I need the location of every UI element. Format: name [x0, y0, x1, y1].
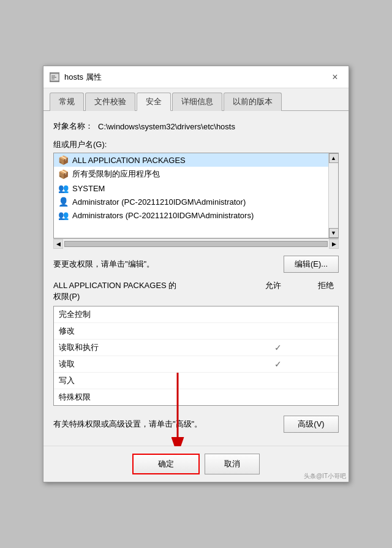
close-button[interactable]: × — [328, 70, 342, 85]
tab-details[interactable]: 详细信息 — [172, 93, 222, 111]
scroll-thumb-h[interactable] — [64, 241, 328, 247]
perm-allow-3: ✓ — [260, 359, 296, 369]
group-user-label: 组或用户名(G): — [53, 139, 339, 150]
title-bar-left: hosts 属性 — [50, 72, 102, 83]
advanced-note: 有关特殊权限或高级设置，请单击"高级"。 — [53, 419, 284, 430]
object-name-label: 对象名称： — [53, 121, 93, 132]
dialog-icon — [50, 72, 59, 82]
perm-row-read: 读取 ✓ — [54, 356, 338, 373]
tab-bar: 常规 文件校验 安全 详细信息 以前的版本 — [43, 88, 349, 111]
edit-button[interactable]: 编辑(E)... — [284, 256, 339, 273]
svg-rect-2 — [51, 77, 56, 78]
user-icon-0: 📦 — [58, 155, 69, 165]
allow-header: 允许 — [265, 280, 281, 291]
user-name-3: Administrator (PC-20211210IDGM\Administr… — [72, 197, 246, 207]
user-list[interactable]: 📦 ALL APPLICATION PACKAGES 📦 所有受限制的应用程序包… — [53, 153, 339, 238]
list-item[interactable]: 👥 Administrators (PC-20211210IDGM\Admini… — [54, 208, 338, 222]
hosts-properties-dialog: hosts 属性 × 常规 文件校验 安全 详细信息 以前的版本 对象名称： C… — [43, 66, 349, 482]
user-name-4: Administrators (PC-20211210IDGM\Administ… — [72, 211, 254, 220]
perm-allow-2: ✓ — [260, 343, 296, 352]
user-icon-4: 👥 — [58, 210, 69, 220]
perm-row-modify: 修改 — [54, 323, 338, 340]
tab-checksum[interactable]: 文件校验 — [85, 93, 135, 111]
group-user-section: 组或用户名(G): 📦 ALL APPLICATION PACKAGES 📦 所… — [53, 139, 339, 248]
user-name-2: SYSTEM — [72, 184, 105, 193]
svg-rect-3 — [51, 78, 55, 80]
permissions-title-row: ALL APPLICATION PACKAGES 的 权限(P) 允许 拒绝 — [53, 280, 339, 302]
perm-name-1: 修改 — [59, 325, 260, 337]
list-item[interactable]: 📦 ALL APPLICATION PACKAGES — [54, 153, 338, 167]
list-item[interactable]: 👥 SYSTEM — [54, 181, 338, 195]
perm-row-full-control: 完全控制 — [54, 306, 338, 323]
advanced-button[interactable]: 高级(V) — [284, 416, 339, 433]
perm-row-write: 写入 — [54, 373, 338, 389]
tab-general[interactable]: 常规 — [50, 93, 84, 111]
ok-button[interactable]: 确定 — [132, 454, 200, 474]
main-content: 对象名称： C:\windows\system32\drivers\etc\ho… — [43, 111, 349, 446]
perm-name-3: 读取 — [59, 359, 260, 370]
list-item[interactable]: 👤 Administrator (PC-20211210IDGM\Adminis… — [54, 195, 338, 208]
perm-row-read-execute: 读取和执行 ✓ — [54, 340, 338, 356]
user-icon-2: 👥 — [58, 183, 69, 193]
vertical-scrollbar[interactable]: ▲ ▼ — [328, 153, 338, 238]
tab-previous[interactable]: 以前的版本 — [224, 93, 282, 111]
perm-name-2: 读取和执行 — [59, 342, 260, 353]
title-bar: hosts 属性 × — [43, 66, 349, 88]
permissions-section: ALL APPLICATION PACKAGES 的 权限(P) 允许 拒绝 完… — [53, 280, 339, 406]
svg-rect-1 — [51, 75, 55, 77]
scroll-up[interactable]: ▲ — [329, 153, 339, 163]
watermark: 头条@IT小哥吧 — [304, 472, 346, 481]
cancel-button[interactable]: 取消 — [205, 454, 260, 474]
edit-row: 要更改权限，请单击"编辑"。 编辑(E)... — [53, 256, 339, 273]
user-icon-1: 📦 — [58, 169, 69, 179]
action-buttons: 确定 取消 头条@IT小哥吧 — [43, 446, 349, 482]
tab-security[interactable]: 安全 — [137, 93, 171, 111]
scroll-down[interactable]: ▼ — [329, 228, 339, 238]
object-name-value: C:\windows\system32\drivers\etc\hosts — [98, 122, 235, 131]
deny-header: 拒绝 — [318, 280, 334, 291]
object-name-row: 对象名称： C:\windows\system32\drivers\etc\ho… — [53, 121, 339, 132]
user-name-0: ALL APPLICATION PACKAGES — [72, 156, 186, 165]
horizontal-scrollbar[interactable]: ◀ ▶ — [53, 238, 339, 248]
edit-note: 要更改权限，请单击"编辑"。 — [53, 259, 154, 270]
list-item[interactable]: 📦 所有受限制的应用程序包 — [54, 167, 338, 181]
perm-name-4: 写入 — [59, 375, 260, 386]
advanced-row: 有关特殊权限或高级设置，请单击"高级"。 高级(V) — [53, 416, 339, 433]
user-name-1: 所有受限制的应用程序包 — [72, 169, 160, 180]
permissions-title: ALL APPLICATION PACKAGES 的 权限(P) — [53, 280, 176, 302]
dialog-title: hosts 属性 — [64, 72, 102, 83]
perm-row-special: 特殊权限 — [54, 389, 338, 405]
user-icon-3: 👤 — [58, 197, 69, 207]
perm-name-0: 完全控制 — [59, 309, 260, 320]
permissions-table: 完全控制 修改 读取和执行 ✓ 读取 ✓ — [53, 306, 339, 406]
perm-name-5: 特殊权限 — [59, 392, 260, 403]
